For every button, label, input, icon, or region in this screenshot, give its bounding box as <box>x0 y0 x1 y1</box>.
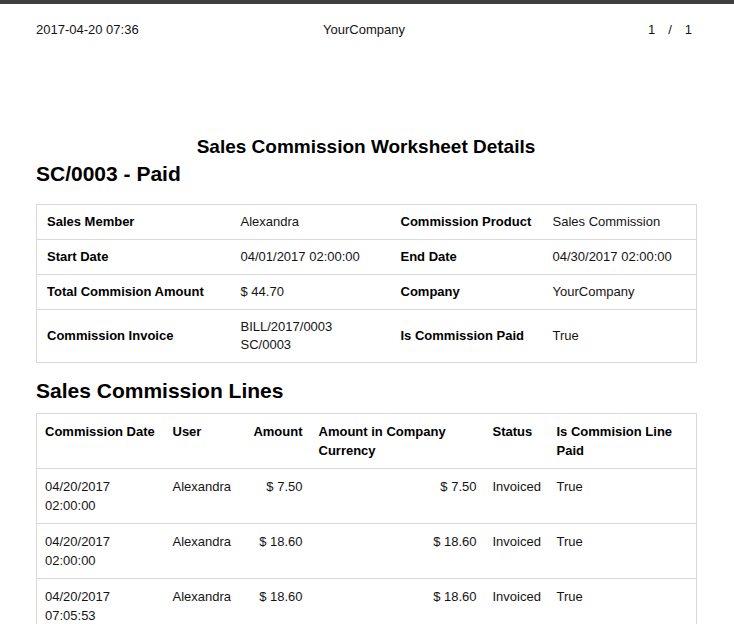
page-number: 1 <box>648 21 655 39</box>
user-cell: Alexandra <box>165 524 243 579</box>
header-datetime: 2017-04-20 07:36 <box>36 21 255 39</box>
summary-row: Total Commision Amount $ 44.70 Company Y… <box>37 275 697 310</box>
is-paid-cell: True <box>549 579 697 624</box>
summary-value-cell: Alexandra <box>231 205 391 240</box>
summary-row: Commission Invoice BILL/2017/0003 SC/000… <box>37 310 697 363</box>
summary-row: Start Date 04/01/2017 02:00:00 End Date … <box>37 240 697 275</box>
header-pagination: 1 / 1 <box>473 21 692 39</box>
lines-section-heading: Sales Commission Lines <box>36 379 696 403</box>
report-title: Sales Commission Worksheet Details <box>36 136 696 158</box>
status-cell: Invoiced <box>485 579 549 624</box>
summary-row: Sales Member Alexandra Commission Produc… <box>37 205 697 240</box>
lines-header-row: Commission Date User Amount Amount in Co… <box>37 414 697 469</box>
worksheet-heading: SC/0003 - Paid <box>36 162 696 186</box>
amount-cell: $ 18.60 <box>243 579 311 624</box>
summary-value-cell: True <box>543 310 697 363</box>
is-paid-cell: True <box>549 524 697 579</box>
summary-label-cell: Is Commission Paid <box>391 310 543 363</box>
amount-cell: $ 18.60 <box>243 524 311 579</box>
lines-row: 04/20/2017 02:00:00 Alexandra $ 7.50 $ 7… <box>37 469 697 524</box>
status-cell: Invoiced <box>485 524 549 579</box>
summary-value-cell: BILL/2017/0003 SC/0003 <box>231 310 391 363</box>
amount-cell: $ 7.50 <box>243 469 311 524</box>
is-paid-cell: True <box>549 469 697 524</box>
amount-company-currency-cell: $ 18.60 <box>311 579 485 624</box>
amount-company-currency-cell: $ 7.50 <box>311 469 485 524</box>
summary-value-cell: Sales Commission <box>543 205 697 240</box>
summary-label-cell: Commission Product <box>391 205 543 240</box>
lines-header-cell: Is Commision Line Paid <box>549 414 697 469</box>
summary-label-cell: End Date <box>391 240 543 275</box>
commission-date-cell: 04/20/2017 02:00:00 <box>37 524 165 579</box>
summary-value-cell: $ 44.70 <box>231 275 391 310</box>
summary-label-cell: Company <box>391 275 543 310</box>
lines-header-cell: Amount <box>243 414 311 469</box>
summary-value-cell: 04/30/2017 02:00:00 <box>543 240 697 275</box>
header-company-name: YourCompany <box>255 21 474 39</box>
summary-label-cell: Start Date <box>37 240 231 275</box>
lines-header-cell: Status <box>485 414 549 469</box>
lines-header-cell: Commission Date <box>37 414 165 469</box>
report-header: 2017-04-20 07:36 YourCompany 1 / 1 <box>0 4 734 39</box>
amount-company-currency-cell: $ 18.60 <box>311 524 485 579</box>
lines-header-cell: Amount in Company Currency <box>311 414 485 469</box>
lines-header-cell: User <box>165 414 243 469</box>
commission-lines-table: Commission Date User Amount Amount in Co… <box>36 413 697 624</box>
report-body: Sales Commission Worksheet Details SC/00… <box>0 136 734 624</box>
status-cell: Invoiced <box>485 469 549 524</box>
lines-row: 04/20/2017 07:05:53 Alexandra $ 18.60 $ … <box>37 579 697 624</box>
summary-value-cell: 04/01/2017 02:00:00 <box>231 240 391 275</box>
summary-table: Sales Member Alexandra Commission Produc… <box>36 204 697 363</box>
lines-row: 04/20/2017 02:00:00 Alexandra $ 18.60 $ … <box>37 524 697 579</box>
commission-date-cell: 04/20/2017 02:00:00 <box>37 469 165 524</box>
summary-label-cell: Commission Invoice <box>37 310 231 363</box>
report-page: 2017-04-20 07:36 YourCompany 1 / 1 Sales… <box>0 0 734 624</box>
summary-label-cell: Total Commision Amount <box>37 275 231 310</box>
page-separator: / <box>668 21 672 39</box>
commission-date-cell: 04/20/2017 07:05:53 <box>37 579 165 624</box>
summary-label-cell: Sales Member <box>37 205 231 240</box>
user-cell: Alexandra <box>165 579 243 624</box>
summary-value-cell: YourCompany <box>543 275 697 310</box>
user-cell: Alexandra <box>165 469 243 524</box>
page-total: 1 <box>685 21 692 39</box>
